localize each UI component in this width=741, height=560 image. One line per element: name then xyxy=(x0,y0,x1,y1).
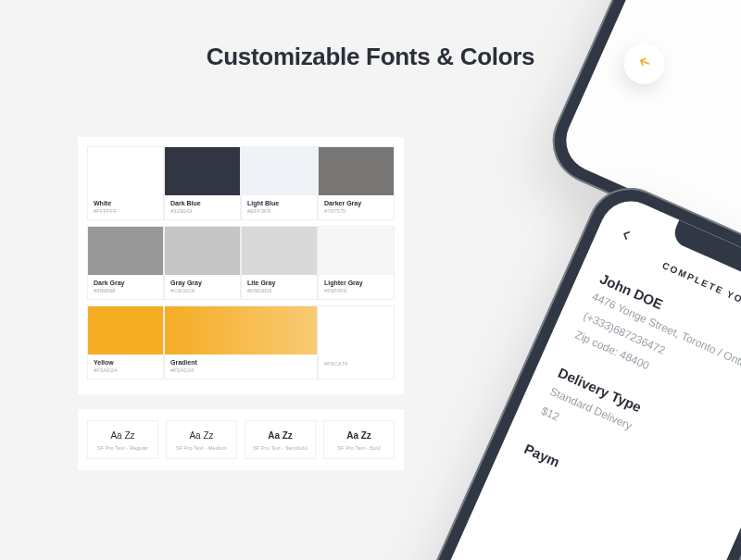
swatch-name: Dark Blue xyxy=(170,200,234,206)
swatch-name: Yellow xyxy=(94,359,157,366)
font-samples-board: Aa Zz SF Pro Text - Regular Aa Zz SF Pro… xyxy=(78,409,404,470)
font-name: SF Pro Text - Medium xyxy=(170,445,232,451)
swatch-chip xyxy=(319,147,394,195)
palette-row-accent: Yellow #F5AD24 Gradient #F5AD24 #F8CA74 xyxy=(87,305,395,385)
color-palette-board: White #FFFFFF Dark Blue #323643 Light Bl… xyxy=(78,137,404,394)
swatch-chip xyxy=(88,227,163,275)
swatch-hex: #F5AD24 xyxy=(170,367,311,373)
font-sample: Aa Zz xyxy=(92,430,154,441)
swatch-name: Lighter Gray xyxy=(324,280,388,286)
swatch-hex: #C6C6C6 xyxy=(170,288,234,293)
font-sample: Aa Zz xyxy=(249,430,311,441)
swatch-hex: #F6F6F6 xyxy=(324,288,388,293)
font-name: SF Pro Text - Bold xyxy=(328,445,390,451)
swatch-lighter-gray: Lighter Gray #F6F6F6 xyxy=(318,226,395,300)
swatch-hex: #FFFFFF xyxy=(94,208,157,214)
swatch-name: Gradient xyxy=(170,359,311,366)
swatch-darker-gray: Darker Gray #787575 xyxy=(318,146,395,220)
swatch-chip xyxy=(242,227,317,275)
font-name: SF Pro Text - Regular xyxy=(92,445,154,451)
swatch-gradient-end: #F8CA74 xyxy=(318,305,395,380)
swatch-chip xyxy=(242,147,317,195)
phone-mock-primary: COMPLETE YOUR John DOE 4476 Yonge Street… xyxy=(397,174,741,560)
swatch-chip xyxy=(88,147,163,195)
swatch-chip xyxy=(165,147,240,195)
swatch-light-blue: Light Blue #EFF3F8 xyxy=(241,146,318,220)
font-sample: Aa Zz xyxy=(170,430,232,441)
swatch-name: Dark Gray xyxy=(94,280,157,286)
swatch-yellow: Yellow #F5AD24 xyxy=(87,305,164,380)
swatch-lite-gray: Lite Gray #D9D9D9 xyxy=(241,226,318,300)
palette-grid: White #FFFFFF Dark Blue #323643 Light Bl… xyxy=(87,146,395,385)
swatch-name: Lite Gray xyxy=(247,280,311,286)
phone-screen: COMPLETE YOUR John DOE 4476 Yonge Street… xyxy=(415,192,741,560)
swatch-name: Light Blue xyxy=(247,200,311,206)
swatch-hex: #323643 xyxy=(170,208,234,214)
swatch-hex: #F5AD24 xyxy=(94,367,157,373)
swatch-chip xyxy=(319,227,394,275)
font-card-regular: Aa Zz SF Pro Text - Regular xyxy=(87,420,158,459)
swatch-hex: #787575 xyxy=(324,208,388,214)
arrow-left-icon xyxy=(634,52,655,75)
swatch-hex: #F8CA74 xyxy=(324,361,388,367)
font-sample: Aa Zz xyxy=(328,430,390,441)
swatch-hex: #D9D9D9 xyxy=(247,288,311,293)
swatch-gray-gray: Gray Gray #C6C6C6 xyxy=(164,226,241,300)
swatch-chip xyxy=(165,306,317,355)
swatch-dark-blue: Dark Blue #323643 xyxy=(164,146,241,220)
swatch-chip xyxy=(88,306,163,355)
font-card-semibold: Aa Zz SF Pro Text - Semibold xyxy=(245,420,316,459)
swatch-white: White #FFFFFF xyxy=(87,146,164,220)
swatch-chip xyxy=(165,227,240,275)
swatch-name: Darker Gray xyxy=(324,200,388,206)
font-name: SF Pro Text - Semibold xyxy=(249,445,311,451)
font-card-medium: Aa Zz SF Pro Text - Medium xyxy=(166,420,237,459)
back-button[interactable] xyxy=(617,37,671,91)
swatch-hex: #EFF3F8 xyxy=(247,208,311,214)
swatch-gradient: Gradient #F5AD24 xyxy=(164,305,318,380)
swatch-name: Gray Gray xyxy=(170,280,234,286)
swatch-hex: #989898 xyxy=(94,288,157,293)
swatch-name: White xyxy=(94,200,157,206)
font-card-bold: Aa Zz SF Pro Text - Bold xyxy=(323,420,395,459)
swatch-dark-gray: Dark Gray #989898 xyxy=(87,226,164,300)
